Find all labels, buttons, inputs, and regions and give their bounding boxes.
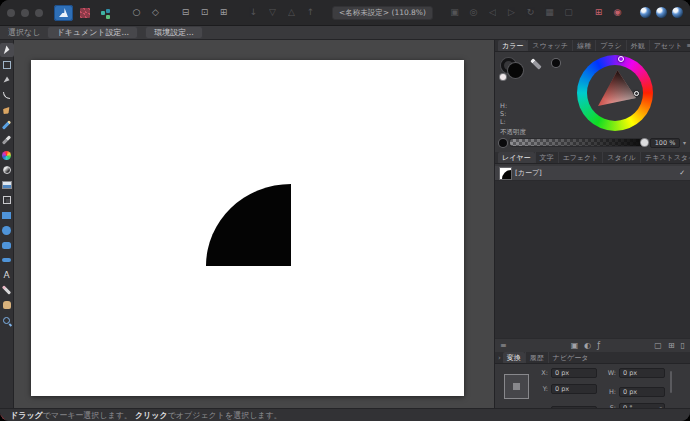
rectangle-tool[interactable] xyxy=(0,208,14,222)
color-wheel[interactable] xyxy=(577,55,653,131)
secondary-swatch[interactable] xyxy=(500,74,506,80)
assistant-button[interactable]: ◉ xyxy=(609,5,626,20)
arrange-backward-button[interactable]: ▽ xyxy=(264,5,281,20)
color-triangle[interactable] xyxy=(590,68,640,118)
panel-tab[interactable]: 文字 xyxy=(535,152,558,164)
zoom-window-icon[interactable] xyxy=(35,9,43,17)
link-dimensions-bar[interactable] xyxy=(670,371,672,393)
preferences-button[interactable]: 環境設定... xyxy=(145,26,203,39)
fill-swatch[interactable] xyxy=(508,63,523,78)
opacity-color-dot[interactable] xyxy=(499,139,507,147)
ungroup-button[interactable]: ▢ xyxy=(560,5,577,20)
insert-inside-button[interactable]: ⊡ xyxy=(196,5,213,20)
layer-row[interactable]: [カーブ] ✓ xyxy=(495,166,690,181)
pen-tool[interactable] xyxy=(0,103,14,117)
artboard-tool[interactable] xyxy=(0,58,14,72)
snapping-button[interactable]: ⊞ xyxy=(590,5,607,20)
layer-list[interactable]: [カーブ] ✓ xyxy=(495,166,690,338)
group-button[interactable]: ▦ xyxy=(541,5,558,20)
mask-icon[interactable]: ▣ xyxy=(571,341,579,350)
effects-icon[interactable]: ƒ xyxy=(597,341,600,350)
opacity-slider-handle[interactable] xyxy=(641,139,648,146)
adjustment-icon[interactable]: ◐ xyxy=(584,341,591,350)
opacity-value[interactable]: 100 % xyxy=(650,138,680,148)
styles-button[interactable]: ◇ xyxy=(147,5,164,20)
new-layer-icon[interactable]: ▢ xyxy=(654,341,662,350)
curve-shape[interactable] xyxy=(206,184,291,266)
corner-tool[interactable] xyxy=(0,88,14,102)
picked-color-swatch[interactable] xyxy=(552,59,560,67)
ellipse-tool[interactable] xyxy=(0,223,14,237)
canvas-area[interactable] xyxy=(14,40,494,408)
panel-tab[interactable]: スウォッチ xyxy=(527,40,572,52)
panel-tab[interactable]: 変換 xyxy=(503,352,525,364)
place-image-tool[interactable] xyxy=(0,178,14,192)
panel-tab[interactable]: ブラシ xyxy=(595,40,626,52)
arrange-front-button[interactable]: ↑ xyxy=(302,5,319,20)
panel-tab[interactable]: レイヤー xyxy=(498,152,535,164)
pencil-tool[interactable] xyxy=(0,118,14,132)
layer-visibility-check[interactable]: ✓ xyxy=(679,169,685,177)
window-controls[interactable] xyxy=(7,9,43,17)
shade-selector[interactable] xyxy=(634,91,639,96)
panel-tab[interactable]: 線種 xyxy=(572,40,595,52)
panel-tab[interactable]: ナビゲータ xyxy=(548,352,593,364)
zoom-tool[interactable] xyxy=(0,313,14,327)
designer-persona[interactable] xyxy=(54,5,73,21)
document-page[interactable] xyxy=(31,60,464,396)
insert-on-top-button[interactable]: ⊞ xyxy=(215,5,232,20)
field-input[interactable]: 0 px xyxy=(619,387,665,397)
delete-icon[interactable]: ▯ xyxy=(681,341,685,350)
transparency-tool[interactable] xyxy=(0,163,14,177)
view-sphere-button-3[interactable] xyxy=(672,7,683,18)
flip-vertical-button[interactable]: ▷ xyxy=(503,5,520,20)
collapse-chevron-icon[interactable]: › xyxy=(498,354,501,362)
panel-menu-icon[interactable]: ≡ xyxy=(686,41,690,50)
vector-brush-tool[interactable] xyxy=(0,133,14,147)
panel-tab[interactable]: 外観 xyxy=(626,40,649,52)
field-input[interactable]: 0 px xyxy=(551,368,597,378)
fill-stroke-swatches[interactable] xyxy=(501,58,527,84)
field-input[interactable]: 0 px xyxy=(619,368,665,378)
close-window-icon[interactable] xyxy=(7,9,15,17)
panel-tab[interactable]: テキストスタイル xyxy=(640,152,690,164)
eyedropper-icon[interactable] xyxy=(530,58,541,69)
document-title-dropdown[interactable]: <名称未設定> (110.8%) xyxy=(332,6,433,20)
minimize-window-icon[interactable] xyxy=(21,9,29,17)
opacity-slider[interactable] xyxy=(510,139,647,146)
pixel-persona[interactable] xyxy=(75,5,94,21)
view-sphere-button-1[interactable] xyxy=(640,7,651,18)
hue-selector[interactable] xyxy=(618,56,624,62)
vector-crop-tool[interactable] xyxy=(0,193,14,207)
fill-tool[interactable] xyxy=(0,148,14,162)
field-input[interactable]: 0 px xyxy=(551,384,597,394)
opacity-stepper-icon[interactable]: ▾ xyxy=(683,139,686,146)
panel-tab[interactable]: スタイル xyxy=(602,152,640,164)
color-picker-tool[interactable] xyxy=(0,283,14,297)
layer-thumbnail[interactable] xyxy=(500,168,511,179)
layers-stack-icon[interactable]: ≡ xyxy=(500,341,507,350)
rounded-rectangle-tool[interactable] xyxy=(0,238,14,252)
arrange-back-button[interactable]: ↓ xyxy=(245,5,262,20)
text-tool[interactable]: A xyxy=(0,268,14,282)
panel-tab[interactable]: アセット xyxy=(649,40,687,52)
panel-tab[interactable]: カラー xyxy=(498,40,527,52)
anchor-selector[interactable] xyxy=(504,374,529,399)
view-sphere-button-2[interactable] xyxy=(656,7,667,18)
insert-behind-button[interactable]: ⊟ xyxy=(177,5,194,20)
snapshot-button[interactable]: ○ xyxy=(128,5,145,20)
shape-tool[interactable] xyxy=(0,253,14,267)
move-tool[interactable] xyxy=(0,43,14,57)
arrange-forward-button[interactable]: △ xyxy=(283,5,300,20)
panel-tab[interactable]: エフェクト xyxy=(558,152,603,164)
panel-tab[interactable]: 履歴 xyxy=(525,352,548,364)
snapshot-view-button[interactable]: ◎ xyxy=(465,5,482,20)
document-setup-button[interactable]: ドキュメント設定... xyxy=(47,26,138,39)
new-group-icon[interactable]: ⊞ xyxy=(668,341,675,350)
export-persona[interactable] xyxy=(96,5,115,21)
duplicate-button[interactable]: ▣ xyxy=(446,5,463,20)
hand-tool[interactable] xyxy=(0,298,14,312)
rotate-button[interactable]: ↻ xyxy=(522,5,539,20)
node-tool[interactable] xyxy=(0,73,14,87)
flip-horizontal-button[interactable]: ◁ xyxy=(484,5,501,20)
